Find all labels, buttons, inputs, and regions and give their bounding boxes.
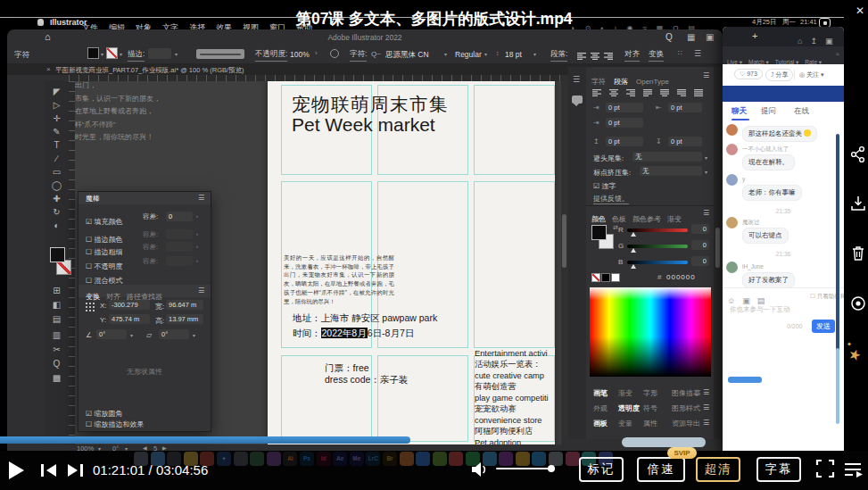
tool-icon[interactable]: ◐ [45,220,69,231]
chat-scrollbar-track[interactable] [836,134,839,375]
scrollbar-thumb-light[interactable] [622,437,706,447]
tool-icon[interactable]: ✂ [45,345,69,355]
font-family-caret-icon[interactable]: ▾ [444,51,447,57]
tolerance-caret-icon[interactable]: › [196,258,198,263]
feedback-link[interactable]: 提供反馈。 [593,194,629,204]
shear-field[interactable]: 0° [159,329,189,339]
tool-icon[interactable]: ◧ [45,300,69,311]
follow-button[interactable]: ◎ 关注 ▾ [799,71,824,79]
chat-bubble[interactable]: 现在在解释。 [742,154,795,170]
paragraph-align-jc-button[interactable] [659,86,670,102]
channel-slider-handle[interactable] [631,248,636,253]
channel-slider-handle[interactable] [631,232,636,237]
seekbar-played[interactable] [0,436,410,444]
collapsed-panel-tab[interactable]: 字形 [643,388,657,398]
font-style-value[interactable]: Regular [455,50,482,59]
color-fill-swatch[interactable] [591,225,607,240]
font-style-caret-icon[interactable]: ▾ [484,51,487,57]
volume-slider[interactable] [496,468,553,469]
status-artboard-next-icon[interactable]: ▶ [162,444,167,451]
type-panel-tab[interactable]: 字符 [591,78,606,86]
volume-icon[interactable] [470,461,490,478]
font-size-caret-icon[interactable]: ▾ [533,51,536,57]
chat-titlebar-icon[interactable]: ⌂ [798,37,802,46]
collapsed-row-menu-icon[interactable]: ☰ [703,388,709,396]
chat-scrollbar-thumb[interactable] [836,348,839,424]
chat-nav-more-icon[interactable]: ≈ [836,51,839,57]
tool-icon[interactable]: Q [45,359,69,370]
type-panel-tab[interactable]: 段落 [614,78,628,86]
search-icon[interactable]: Q [665,32,673,42]
overflow-text-frame[interactable]: 子出门，好市集，认识一下新的朋友，，在草地上野餐或者奔跑，一样“爪不停蹄”的时光… [75,81,193,145]
collapsed-panel-tab[interactable]: 资源导出 [672,419,700,428]
quality-button[interactable]: 超清 [696,457,740,482]
indent-field[interactable]: 0 pt [606,103,643,112]
doc-tab-title[interactable]: 平面新视觉商业班_PART.07_作业模版.ai* @ 100 % (RGB/预… [55,66,244,75]
status-artboard-prev-icon[interactable]: ◀ [143,444,147,451]
magic-wand-menu-icon[interactable]: ☰ [198,194,204,202]
tolerance-caret-icon[interactable]: › [196,231,198,237]
kinsoku-dropdown[interactable]: 无 [632,152,702,162]
fullscreen-icon[interactable] [815,459,835,478]
opacity-label[interactable]: 不透明度: [255,49,287,62]
channel-value-B[interactable]: 0 [691,256,709,266]
type-panel-tab[interactable]: OpenType [636,78,669,86]
chat-titlebar-icon[interactable]: ▣ [825,37,833,46]
chat-tab-0[interactable]: 聊天 [732,106,747,117]
color-panel-tab[interactable]: 颜色 [591,215,606,223]
transform-link[interactable]: 变换 [649,49,664,62]
record-icon[interactable] [849,295,867,312]
stroke-weight-caret-icon[interactable]: ▾ [175,51,178,57]
tool-icon[interactable]: ▤ [45,314,69,325]
hyphenate-checkbox[interactable]: ☑ 连字 [593,181,616,191]
font-size-stepper-icon[interactable]: ↕ [496,50,500,56]
chat-input-icon[interactable]: ☺ [727,296,735,305]
chat-bubble[interactable]: 可以右键点 [742,228,789,244]
channel-value-R[interactable]: 0 [691,224,709,234]
share-nodes-icon[interactable] [849,145,867,163]
paragraph-align-jr-button[interactable] [676,86,687,102]
chat-bubble[interactable]: 好了发教案了 [742,272,795,288]
type-panel-menu-icon[interactable]: ☰ [703,71,709,79]
color-panel-tab[interactable]: 颜色参考 [632,215,661,223]
tool-icon[interactable]: ▭ [45,167,69,178]
tool-icon[interactable]: ✛ [45,113,69,124]
black-swatch[interactable] [601,273,610,282]
tool-icon[interactable]: T [45,140,69,151]
scale-corners-checkbox[interactable]: ☑ 缩放圆角 [86,409,122,419]
chat-bubble[interactable]: 老师：你有事嘛 [742,185,802,201]
magic-wand-checkbox[interactable]: ☐ [86,262,94,270]
x-field[interactable]: -300.279 [109,300,150,310]
chat-input-icon[interactable]: ▤ [757,296,765,305]
artboard-ticket[interactable]: 门票：free [325,362,369,375]
color-panel-tab[interactable]: 渐变 [667,215,682,223]
magic-wand-checkbox[interactable]: ☐ [86,248,94,256]
collapsed-row-menu-icon[interactable]: ☰ [703,403,709,411]
stroke-caret-icon[interactable]: ▾ [120,51,122,57]
apple-menu-icon[interactable] [37,19,44,26]
h-field[interactable]: 13.97 mm [166,314,203,324]
collapsed-panel-tab[interactable]: 符号 [643,403,657,413]
playlist-icon[interactable] [844,461,864,478]
chat-tab-1[interactable]: 提问 [761,106,776,117]
magic-wand-checkbox[interactable]: ☑ [86,218,94,226]
comment-panel-icon[interactable] [572,96,583,104]
align-link[interactable]: 对齐 [624,49,640,62]
tool-icon[interactable]: ◯ [45,180,69,191]
stroke-color-swatch[interactable] [106,47,118,59]
trash-icon[interactable] [849,245,867,262]
volume-knob[interactable] [548,465,555,472]
dock-scroll-thumb[interactable] [715,228,720,268]
artboard-time[interactable]: 时间：2022年8月6日-8月7日 [293,328,414,340]
mark-button[interactable]: 标记 [579,457,624,482]
y-field[interactable]: 475.74 m [109,314,150,324]
paragraph-align-ja-button[interactable] [693,86,704,102]
channel-value-G[interactable]: 0 [691,240,709,250]
artboard[interactable]: 宠物联萌周末市集 Pet Week market 美好的一天，应该是这样开始的，… [268,81,555,444]
chat-titlebar-icon[interactable]: ↥ [810,37,817,46]
tool-icon[interactable]: ⊞ [45,286,69,296]
kinsoku-caret-icon[interactable]: ▾ [705,154,707,161]
channel-slider-R[interactable] [627,228,688,232]
artboard-paragraph[interactable]: 美好的一天，应该是这样开始的，自然醒来，洗漱着衣，手冲一杯咖啡，带上毛孩子出门，… [284,253,394,305]
more-options-icon[interactable]: ∷ [678,49,682,57]
